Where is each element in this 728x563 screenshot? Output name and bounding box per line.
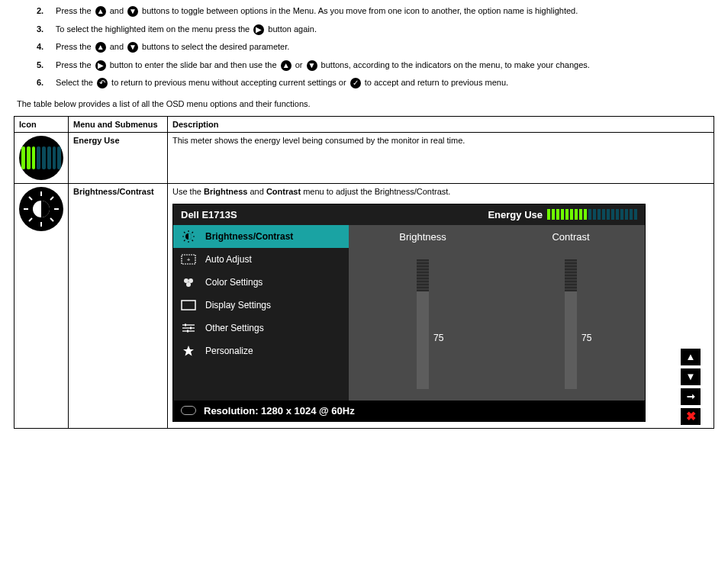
menu-bc: Brightness/Contrast (69, 183, 168, 428)
svg-line-8 (50, 197, 53, 200)
display-icon (181, 299, 196, 311)
svg-rect-27 (185, 323, 186, 326)
osd-menu-brightness-contrast[interactable]: Brightness/Contrast (173, 225, 349, 248)
check-icon: ✓ (350, 78, 361, 88)
brightness-slider[interactable]: Brightness 75 (349, 225, 497, 401)
osd-close-button[interactable]: ✖ (681, 408, 701, 425)
osd-panel: Dell E1713S Energy Use Bri (172, 204, 646, 422)
osd-menu-personalize[interactable]: Personalize (173, 339, 349, 362)
row-brightness-contrast: Brightness/Contrast Use the Brightness a… (14, 183, 714, 428)
svg-rect-29 (187, 330, 188, 332)
svg-line-15 (192, 240, 194, 241)
osd-menu-color-settings[interactable]: Color Settings (173, 271, 349, 294)
down-icon: ▼ (127, 6, 138, 17)
step-5: 5. Press the ▶ button to enter the slide… (37, 59, 714, 72)
osd-content: Brightness 75 Contrast 75 (349, 225, 645, 401)
menu-energy: Energy Use (69, 132, 168, 183)
svg-point-20 (184, 278, 188, 283)
step-3: 3. To select the highlighted item on the… (37, 23, 714, 37)
table-intro: The table below provides a list of all t… (17, 99, 714, 108)
osd-energy-meter: Energy Use (488, 209, 637, 220)
contrast-slider[interactable]: Contrast 75 (497, 225, 645, 401)
auto-adjust-icon: + (181, 253, 196, 265)
osd-footer: Resolution: 1280 x 1024 @ 60Hz (173, 401, 645, 421)
svg-rect-28 (190, 327, 192, 329)
resolution-text: Resolution: 1280 x 1024 @ 60Hz (204, 405, 355, 417)
step-2: 2. Press the ▲ and ▼ buttons to toggle b… (37, 5, 714, 18)
step-6: 6. Select the ↶ to return to previous me… (37, 76, 714, 90)
svg-point-22 (186, 282, 191, 287)
energy-meter-icon (19, 136, 63, 180)
osd-menu-display-settings[interactable]: Display Settings (173, 294, 349, 317)
brightness-contrast-icon (19, 187, 63, 231)
color-icon (181, 276, 196, 288)
right-icon: ▶ (253, 24, 264, 35)
svg-line-14 (184, 232, 185, 233)
svg-line-7 (29, 218, 32, 221)
up-icon: ▲ (95, 6, 106, 17)
down-icon: ▼ (127, 42, 138, 53)
svg-line-5 (29, 197, 32, 200)
osd-down-button[interactable]: ▼ (681, 368, 701, 385)
back-icon: ↶ (97, 78, 108, 88)
osd-title: Dell E1713S (181, 209, 237, 220)
resolution-icon (181, 406, 196, 415)
row-energy-use: Energy Use This meter shows the energy l… (14, 132, 714, 183)
sun-icon (181, 230, 196, 243)
svg-text:+: + (187, 256, 191, 263)
svg-line-16 (184, 240, 185, 241)
svg-marker-30 (183, 346, 194, 356)
instruction-list: 2. Press the ▲ and ▼ buttons to toggle b… (14, 5, 714, 90)
osd-menu-other-settings[interactable]: Other Settings (173, 317, 349, 339)
osd-menu-auto-adjust[interactable]: + Auto Adjust (173, 248, 349, 271)
sliders-icon (181, 322, 196, 334)
osd-header: Dell E1713S Energy Use (173, 204, 645, 225)
svg-point-21 (188, 278, 193, 283)
up-icon: ▲ (95, 42, 106, 53)
desc-energy: This meter shows the energy level being … (168, 132, 714, 183)
down-icon: ▼ (307, 60, 317, 71)
th-desc: Description (168, 116, 714, 132)
th-icon: Icon (14, 116, 69, 132)
desc-bc: Use the Brightness and Contrast menu to … (168, 183, 714, 428)
osd-menu: Brightness/Contrast + Auto Adjust Color … (173, 225, 349, 401)
svg-line-17 (192, 232, 194, 233)
svg-line-6 (50, 218, 53, 221)
osd-enter-button[interactable]: ➞ (681, 388, 701, 405)
osd-side-buttons: ▲ ▼ ➞ ✖ (681, 349, 704, 425)
svg-rect-23 (182, 301, 195, 310)
osd-options-table: Icon Menu and Submenus Description Energ… (14, 116, 714, 429)
right-icon: ▶ (95, 60, 106, 71)
osd-body: Brightness/Contrast + Auto Adjust Color … (173, 225, 645, 401)
th-menu: Menu and Submenus (69, 116, 168, 132)
star-icon (181, 345, 196, 357)
up-icon: ▲ (281, 60, 292, 71)
osd-up-button[interactable]: ▲ (681, 349, 701, 365)
step-4: 4. Press the ▲ and ▼ buttons to select t… (37, 40, 714, 54)
